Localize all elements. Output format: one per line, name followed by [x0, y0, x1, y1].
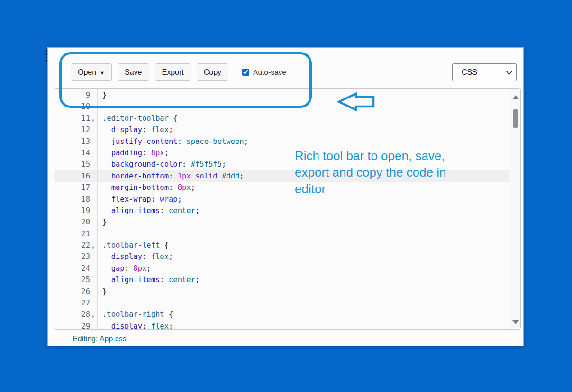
open-button-label: Open: [78, 68, 96, 77]
export-button[interactable]: Export: [155, 63, 191, 81]
autosave-checkbox[interactable]: [242, 69, 249, 76]
code-text: border-bottom: 1px solid #ddd;: [98, 170, 244, 182]
code-line[interactable]: 21: [54, 228, 510, 240]
fold-chevron-icon[interactable]: v: [90, 115, 98, 126]
line-number: 14: [54, 147, 90, 159]
code-text: .toolbar-right {: [98, 309, 173, 320]
scroll-down-icon[interactable]: [512, 320, 519, 324]
language-select[interactable]: CSS: [452, 63, 517, 81]
code-text: align-items: center;: [98, 274, 200, 285]
code-line[interactable]: 25 align-items: center;: [54, 274, 510, 285]
chevron-down-icon: [506, 69, 512, 75]
line-number: 20: [54, 216, 90, 228]
code-line[interactable]: 13 justify-content: space-between;: [54, 136, 510, 147]
line-number: 17: [54, 182, 90, 193]
line-number: 15: [54, 159, 90, 170]
scroll-up-icon[interactable]: [512, 95, 519, 99]
code-line[interactable]: 26}: [54, 286, 510, 297]
fold-chevron-icon[interactable]: v: [90, 241, 98, 253]
code-line[interactable]: 19 align-items: center;: [54, 205, 510, 216]
code-line[interactable]: 24 gap: 8px;: [54, 263, 510, 274]
fold-spacer: [90, 218, 98, 230]
code-line[interactable]: 27: [54, 297, 510, 309]
line-number: 16: [54, 170, 90, 182]
code-line[interactable]: 14 padding: 8px;: [54, 147, 510, 159]
language-select-value: CSS: [462, 68, 477, 77]
line-number: 10: [54, 101, 90, 112]
code-line[interactable]: 20}: [54, 216, 510, 228]
code-text: justify-content: space-between;: [98, 136, 248, 147]
fold-spacer: [90, 103, 98, 114]
editor-window: Open ▼ Save Export Copy Auto-save CSS 9}…: [47, 47, 524, 346]
line-number: 21: [54, 228, 90, 240]
code-text: }: [98, 286, 107, 297]
fold-spacer: [90, 149, 98, 160]
code-line[interactable]: 15 background-color: #f5f5f5;: [54, 159, 510, 170]
code-line[interactable]: 17 margin-bottom: 8px;: [54, 182, 510, 193]
code-line[interactable]: 23 display: flex;: [54, 251, 510, 262]
code-text: .toolbar-left {: [98, 240, 169, 251]
fold-spacer: [90, 265, 98, 276]
code-text: align-items: center;: [98, 205, 200, 216]
code-text: display: flex;: [98, 321, 173, 330]
fold-spacer: [90, 184, 98, 195]
fold-spacer: [90, 322, 98, 330]
status-text: Editing: App.css: [73, 335, 127, 343]
fold-spacer: [90, 288, 98, 299]
line-number: 27: [54, 297, 90, 309]
fold-spacer: [90, 299, 98, 311]
autosave-label: Auto-save: [253, 68, 286, 77]
code-text: margin-bottom: 8px;: [98, 182, 195, 193]
code-text: display: flex;: [98, 124, 173, 135]
code-text: [98, 228, 102, 240]
fold-chevron-icon[interactable]: v: [90, 311, 98, 322]
code-line[interactable]: 22v.toolbar-left {: [54, 240, 510, 251]
line-number: 25: [54, 274, 90, 285]
fold-spacer: [90, 160, 98, 172]
fold-spacer: [90, 276, 98, 287]
fold-spacer: [90, 196, 98, 207]
open-button[interactable]: Open ▼: [71, 63, 112, 81]
fold-spacer: [90, 91, 98, 103]
code-line[interactable]: 29 display: flex;: [54, 321, 510, 330]
code-text: padding: 8px;: [98, 147, 169, 159]
scrollbar-thumb[interactable]: [513, 109, 518, 128]
code-line[interactable]: 12 display: flex;: [54, 124, 510, 135]
code-text: gap: 8px;: [98, 263, 151, 274]
dropdown-caret-icon: ▼: [100, 70, 105, 76]
code-line[interactable]: 9}: [54, 89, 510, 101]
code-line[interactable]: 11v.editor-toolbar {: [54, 113, 510, 124]
code-text: [98, 297, 102, 309]
editor-scrollbar[interactable]: [510, 89, 520, 329]
editor-toolbar: Open ▼ Save Export Copy Auto-save: [71, 63, 286, 81]
fold-spacer: [90, 126, 98, 137]
line-number: 11: [54, 113, 90, 124]
copy-button-label: Copy: [204, 68, 221, 77]
line-number: 22: [54, 240, 90, 251]
code-line[interactable]: 16 border-bottom: 1px solid #ddd;: [54, 170, 510, 182]
code-editor[interactable]: 9}1011v.editor-toolbar {12 display: flex…: [54, 88, 521, 330]
line-number: 29: [54, 321, 90, 330]
code-line[interactable]: 10: [54, 101, 510, 112]
line-number: 19: [54, 205, 90, 216]
code-line[interactable]: 18 flex-wrap: wrap;: [54, 194, 510, 205]
line-number: 9: [54, 89, 90, 101]
code-text: display: flex;: [98, 251, 173, 262]
fold-spacer: [90, 253, 98, 264]
export-button-label: Export: [162, 68, 184, 77]
line-number: 18: [54, 194, 90, 205]
line-number: 23: [54, 251, 90, 262]
code-text: }: [98, 89, 107, 101]
code-text: }: [98, 216, 107, 228]
fold-spacer: [90, 172, 98, 184]
save-button[interactable]: Save: [118, 63, 149, 81]
save-button-label: Save: [125, 68, 142, 77]
code-text: .editor-toolbar {: [98, 113, 178, 124]
copy-button[interactable]: Copy: [197, 63, 228, 81]
fold-spacer: [90, 138, 98, 149]
code-line[interactable]: 28v.toolbar-right {: [54, 309, 510, 320]
line-number: 13: [54, 136, 90, 147]
autosave-toggle[interactable]: Auto-save: [242, 68, 286, 77]
line-number: 12: [54, 124, 90, 135]
code-lines: 9}1011v.editor-toolbar {12 display: flex…: [54, 89, 510, 330]
